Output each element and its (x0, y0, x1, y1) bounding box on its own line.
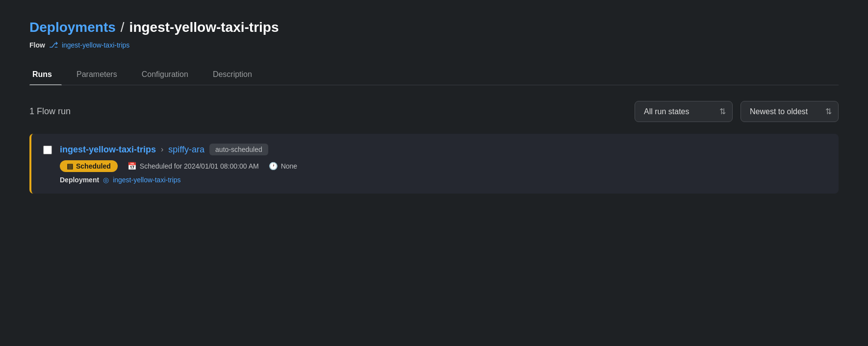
clock-icon: 🕐 (269, 162, 278, 171)
duration-meta: 🕐 None (269, 162, 297, 171)
tab-description[interactable]: Description (210, 65, 262, 85)
tab-parameters[interactable]: Parameters (74, 65, 127, 85)
run-details: ingest-yellow-taxi-trips › spiffy-ara au… (60, 144, 827, 184)
state-filter-select[interactable]: All run states Scheduled Running Complet… (635, 101, 733, 122)
deployment-link[interactable]: ingest-yellow-taxi-trips (113, 176, 180, 184)
breadcrumb: Deployments / ingest-yellow-taxi-trips (29, 20, 839, 35)
state-filter-wrapper: All run states Scheduled Running Complet… (635, 101, 733, 122)
breadcrumb-current-page: ingest-yellow-taxi-trips (129, 20, 279, 35)
deployment-location-icon: ◎ (103, 176, 109, 184)
breadcrumb-deployments-link[interactable]: Deployments (29, 20, 116, 35)
auto-scheduled-badge: auto-scheduled (209, 144, 268, 155)
breadcrumb-separator: / (121, 20, 125, 35)
flow-icon: ⎇ (49, 40, 58, 49)
table-row: ingest-yellow-taxi-trips › spiffy-ara au… (29, 134, 839, 194)
flow-run-count: 1 Flow run (29, 106, 71, 117)
run-flow-name-link[interactable]: ingest-yellow-taxi-trips (60, 145, 156, 155)
calendar-icon: 📅 (128, 162, 137, 171)
scheduled-for-meta: 📅 Scheduled for 2024/01/01 08:00:00 AM (128, 162, 259, 171)
run-deployment-row: Deployment ◎ ingest-yellow-taxi-trips (60, 176, 827, 184)
tabs-row: Runs Parameters Configuration Descriptio… (29, 65, 839, 85)
filter-bar: 1 Flow run All run states Scheduled Runn… (29, 101, 839, 122)
status-badge: ▤ Scheduled (60, 160, 118, 172)
run-sub-name-link[interactable]: spiffy-ara (168, 145, 204, 155)
run-arrow-icon: › (161, 145, 163, 154)
scheduled-icon: ▤ (67, 162, 73, 170)
main-content: 1 Flow run All run states Scheduled Runn… (29, 85, 839, 194)
flow-label-row: Flow ⎇ ingest-yellow-taxi-trips (29, 40, 839, 49)
flow-link[interactable]: ingest-yellow-taxi-trips (62, 41, 129, 49)
run-title-row: ingest-yellow-taxi-trips › spiffy-ara au… (60, 144, 827, 155)
flow-label: Flow (29, 41, 45, 49)
flow-run-list: ingest-yellow-taxi-trips › spiffy-ara au… (29, 134, 839, 194)
run-meta-row: ▤ Scheduled 📅 Scheduled for 2024/01/01 0… (60, 160, 827, 172)
run-checkbox[interactable] (43, 146, 52, 154)
tab-configuration[interactable]: Configuration (139, 65, 198, 85)
tab-runs[interactable]: Runs (29, 65, 62, 85)
sort-filter-select[interactable]: Newest to oldest Oldest to newest (740, 101, 839, 122)
deployment-label: Deployment (60, 176, 99, 184)
sort-filter-wrapper: Newest to oldest Oldest to newest ⇅ (740, 101, 839, 122)
filter-selects: All run states Scheduled Running Complet… (635, 101, 839, 122)
